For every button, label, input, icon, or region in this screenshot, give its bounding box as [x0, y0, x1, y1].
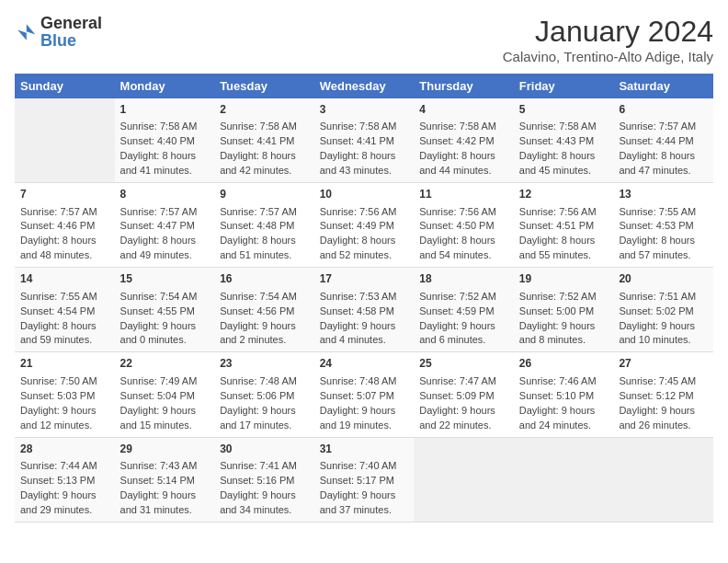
location-title: Calavino, Trentino-Alto Adige, Italy: [503, 49, 713, 64]
day-number: 17: [320, 271, 409, 287]
day-info: Sunrise: 7:48 AMSunset: 5:06 PMDaylight:…: [220, 374, 309, 433]
day-info: Sunrise: 7:45 AMSunset: 5:12 PMDaylight:…: [619, 374, 708, 433]
calendar-cell: 27Sunrise: 7:45 AMSunset: 5:12 PMDayligh…: [613, 352, 713, 437]
day-number: 6: [619, 102, 708, 118]
day-info: Sunrise: 7:57 AMSunset: 4:47 PMDaylight:…: [120, 205, 210, 264]
day-number: 16: [220, 271, 309, 287]
title-area: January 2024 Calavino, Trentino-Alto Adi…: [503, 15, 713, 64]
calendar-cell: 14Sunrise: 7:55 AMSunset: 4:54 PMDayligh…: [15, 268, 115, 352]
page-header: General Blue January 2024 Calavino, Tren…: [15, 15, 713, 64]
calendar-cell: 6Sunrise: 7:57 AMSunset: 4:44 PMDaylight…: [613, 98, 713, 183]
day-info: Sunrise: 7:57 AMSunset: 4:44 PMDaylight:…: [619, 120, 708, 178]
calendar-cell: 19Sunrise: 7:52 AMSunset: 5:00 PMDayligh…: [514, 268, 614, 352]
calendar-cell: 3Sunrise: 7:58 AMSunset: 4:41 PMDaylight…: [314, 98, 415, 183]
day-number: 26: [519, 356, 609, 372]
calendar-cell: 22Sunrise: 7:49 AMSunset: 5:04 PMDayligh…: [115, 352, 215, 437]
day-info: Sunrise: 7:56 AMSunset: 4:50 PMDaylight:…: [419, 205, 508, 264]
calendar-cell: 26Sunrise: 7:46 AMSunset: 5:10 PMDayligh…: [514, 352, 614, 437]
day-number: 20: [619, 271, 708, 287]
day-info: Sunrise: 7:41 AMSunset: 5:16 PMDaylight:…: [220, 459, 309, 518]
calendar-week-4: 21Sunrise: 7:50 AMSunset: 5:03 PMDayligh…: [15, 352, 713, 437]
calendar-cell: [514, 437, 614, 522]
day-info: Sunrise: 7:44 AMSunset: 5:13 PMDaylight:…: [20, 459, 109, 518]
logo-blue: Blue: [40, 31, 76, 50]
day-info: Sunrise: 7:53 AMSunset: 4:58 PMDaylight:…: [320, 290, 409, 349]
calendar-cell: 10Sunrise: 7:56 AMSunset: 4:49 PMDayligh…: [314, 183, 415, 268]
day-number: 11: [419, 187, 508, 202]
calendar-cell: 1Sunrise: 7:58 AMSunset: 4:40 PMDaylight…: [115, 98, 215, 183]
calendar-cell: 13Sunrise: 7:55 AMSunset: 4:53 PMDayligh…: [613, 183, 713, 268]
header-friday: Friday: [514, 74, 614, 98]
day-number: 10: [320, 187, 409, 202]
day-number: 28: [20, 442, 109, 457]
day-number: 2: [220, 102, 309, 118]
calendar-cell: 18Sunrise: 7:52 AMSunset: 4:59 PMDayligh…: [414, 268, 514, 352]
day-info: Sunrise: 7:58 AMSunset: 4:42 PMDaylight:…: [419, 120, 508, 178]
calendar-cell: 21Sunrise: 7:50 AMSunset: 5:03 PMDayligh…: [15, 352, 115, 437]
calendar-cell: 9Sunrise: 7:57 AMSunset: 4:48 PMDaylight…: [214, 183, 314, 268]
day-info: Sunrise: 7:52 AMSunset: 5:00 PMDaylight:…: [519, 290, 609, 349]
day-info: Sunrise: 7:54 AMSunset: 4:55 PMDaylight:…: [120, 290, 210, 349]
day-number: 27: [619, 356, 708, 372]
logo-general: General: [40, 14, 102, 32]
day-info: Sunrise: 7:58 AMSunset: 4:43 PMDaylight:…: [519, 120, 609, 178]
calendar-cell: 16Sunrise: 7:54 AMSunset: 4:56 PMDayligh…: [214, 268, 314, 352]
header-sunday: Sunday: [15, 74, 115, 98]
day-info: Sunrise: 7:58 AMSunset: 4:41 PMDaylight:…: [320, 120, 409, 178]
day-number: 19: [519, 271, 609, 287]
logo-icon: [15, 21, 37, 43]
day-number: 3: [320, 102, 409, 118]
day-number: 29: [120, 442, 210, 457]
calendar-week-2: 7Sunrise: 7:57 AMSunset: 4:46 PMDaylight…: [15, 183, 713, 268]
calendar-cell: 28Sunrise: 7:44 AMSunset: 5:13 PMDayligh…: [15, 437, 115, 522]
day-info: Sunrise: 7:43 AMSunset: 5:14 PMDaylight:…: [120, 459, 210, 518]
calendar-cell: 4Sunrise: 7:58 AMSunset: 4:42 PMDaylight…: [414, 98, 514, 183]
day-info: Sunrise: 7:56 AMSunset: 4:49 PMDaylight:…: [320, 205, 409, 264]
day-info: Sunrise: 7:52 AMSunset: 4:59 PMDaylight:…: [419, 290, 508, 349]
header-saturday: Saturday: [613, 74, 713, 98]
day-number: 1: [120, 102, 210, 118]
day-info: Sunrise: 7:47 AMSunset: 5:09 PMDaylight:…: [419, 374, 508, 433]
day-number: 12: [519, 187, 609, 202]
day-number: 13: [619, 187, 708, 202]
calendar-week-3: 14Sunrise: 7:55 AMSunset: 4:54 PMDayligh…: [15, 268, 713, 352]
day-info: Sunrise: 7:40 AMSunset: 5:17 PMDaylight:…: [320, 459, 409, 518]
calendar-header-row: SundayMondayTuesdayWednesdayThursdayFrid…: [15, 74, 713, 98]
day-number: 7: [20, 187, 109, 202]
calendar-cell: 7Sunrise: 7:57 AMSunset: 4:46 PMDaylight…: [15, 183, 115, 268]
day-number: 4: [419, 102, 508, 118]
calendar-cell: 25Sunrise: 7:47 AMSunset: 5:09 PMDayligh…: [414, 352, 514, 437]
calendar-cell: 17Sunrise: 7:53 AMSunset: 4:58 PMDayligh…: [314, 268, 415, 352]
day-number: 5: [519, 102, 609, 118]
day-number: 18: [419, 271, 508, 287]
day-number: 9: [220, 187, 309, 202]
calendar-cell: 15Sunrise: 7:54 AMSunset: 4:55 PMDayligh…: [115, 268, 215, 352]
day-number: 15: [120, 271, 210, 287]
calendar-cell: 20Sunrise: 7:51 AMSunset: 5:02 PMDayligh…: [613, 268, 713, 352]
day-number: 24: [320, 356, 409, 372]
day-number: 21: [20, 356, 109, 372]
header-tuesday: Tuesday: [214, 74, 314, 98]
day-info: Sunrise: 7:49 AMSunset: 5:04 PMDaylight:…: [120, 374, 210, 433]
calendar-cell: 8Sunrise: 7:57 AMSunset: 4:47 PMDaylight…: [115, 183, 215, 268]
calendar-table: SundayMondayTuesdayWednesdayThursdayFrid…: [15, 74, 713, 523]
calendar-cell: 2Sunrise: 7:58 AMSunset: 4:41 PMDaylight…: [214, 98, 314, 183]
calendar-cell: [414, 437, 514, 522]
month-title: January 2024: [503, 15, 713, 49]
day-number: 30: [220, 442, 309, 457]
day-info: Sunrise: 7:55 AMSunset: 4:53 PMDaylight:…: [619, 205, 708, 264]
day-number: 23: [220, 356, 309, 372]
calendar-cell: 31Sunrise: 7:40 AMSunset: 5:17 PMDayligh…: [314, 437, 415, 522]
day-info: Sunrise: 7:57 AMSunset: 4:46 PMDaylight:…: [20, 205, 109, 264]
svg-marker-0: [17, 24, 35, 40]
day-info: Sunrise: 7:50 AMSunset: 5:03 PMDaylight:…: [20, 374, 109, 433]
day-info: Sunrise: 7:56 AMSunset: 4:51 PMDaylight:…: [519, 205, 609, 264]
calendar-cell: 11Sunrise: 7:56 AMSunset: 4:50 PMDayligh…: [414, 183, 514, 268]
logo: General Blue: [15, 15, 102, 50]
day-info: Sunrise: 7:58 AMSunset: 4:40 PMDaylight:…: [120, 120, 210, 178]
header-monday: Monday: [115, 74, 215, 98]
calendar-cell: 30Sunrise: 7:41 AMSunset: 5:16 PMDayligh…: [214, 437, 314, 522]
calendar-week-5: 28Sunrise: 7:44 AMSunset: 5:13 PMDayligh…: [15, 437, 713, 522]
calendar-cell: [613, 437, 713, 522]
day-info: Sunrise: 7:55 AMSunset: 4:54 PMDaylight:…: [20, 290, 109, 349]
